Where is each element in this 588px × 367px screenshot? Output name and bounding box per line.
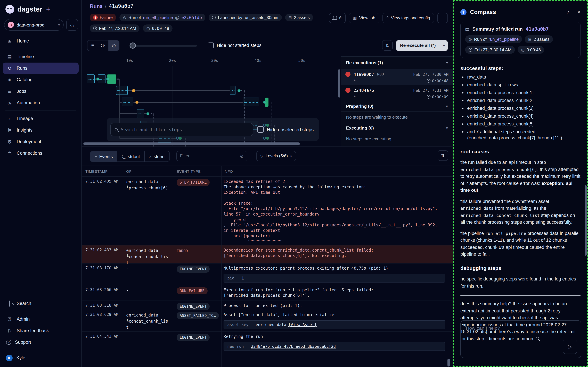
sidebar-item-runs[interactable]: ↻Runs (3, 63, 79, 74)
event-type-badge: ASSET_FAILED_TO… (177, 312, 219, 319)
run-date: Feb 27, 7:31 AM (413, 88, 449, 93)
info-line: , File "/usr/local/lib/python3.12/site-p… (223, 222, 448, 228)
open-in-new-icon[interactable]: ↗ (566, 10, 570, 15)
collapse-sidebar-button[interactable]: ◡ (66, 19, 78, 31)
org-switcher[interactable]: D data-eng-prod ▾ (4, 19, 64, 31)
tab-Events[interactable]: ≡Events (90, 151, 118, 161)
breadcrumb-runs-link[interactable]: Runs (90, 3, 102, 9)
timer-icon: ◴ (521, 47, 525, 52)
zoom-slider[interactable] (129, 40, 197, 50)
sidebar-item-connections[interactable]: ⚗Connections (3, 148, 79, 159)
log-row[interactable]: 7:31:03.266 AM-RUN_FAILUREExecution of r… (82, 285, 452, 301)
flat-view-button[interactable]: ≡ (87, 40, 98, 50)
chevron-down-icon: ⌄ (441, 16, 444, 20)
step-bar-retried[interactable] (243, 98, 259, 106)
notifications-button[interactable]: 0 (329, 13, 346, 23)
sidebar-item-automation[interactable]: ◷Automation (3, 97, 79, 108)
compass-scrollbar[interactable] (585, 185, 587, 256)
view-asset-link[interactable]: [View Asset] (288, 322, 317, 327)
sidebar-item-label: Share feedback (17, 328, 49, 333)
info-line: Execution of run for "run_etl_pipeline" … (223, 287, 448, 293)
expand-collapse-button[interactable]: ⇅ (382, 40, 392, 51)
timestamp: 7:31:02.405 AM (85, 179, 119, 184)
hide-unselected-checkbox[interactable]: Hide unselected steps (257, 126, 314, 133)
log-row[interactable]: 7:31:04.343 AM-ENGINE_EVENTRetrying the … (82, 332, 452, 367)
step-bar-retried[interactable] (122, 98, 133, 106)
sidebar-item-lineage[interactable]: ⌥Lineage (3, 113, 79, 124)
reexecute-all-button[interactable]: Re-execute all (*) ▾ (396, 40, 448, 51)
run-link[interactable]: 22484a76-dcd2-487b-aeb3-db3bece6cf2d (247, 344, 339, 349)
reexecution-run-row[interactable]: !22484a76Feb 27, 7:31 AM*0:00:09 (341, 85, 452, 101)
run-header: Runs/41a9a0b7 ! Failure ⊙ Run of run_etl… (82, 0, 452, 37)
sidebar-item-search[interactable]: Search (3, 298, 79, 309)
levels-filter-button[interactable]: ▽ Levels (5/6) ▾ (256, 151, 296, 161)
event-type-badge: STEP_FAILURE (177, 179, 210, 186)
event-info: Asset ["enriched_data"] failed to materi… (223, 312, 448, 329)
tab-stdout[interactable]: 〉_stdout (118, 151, 145, 161)
timed-view-button[interactable]: ◴ (109, 40, 119, 50)
sidebar-item-home[interactable]: ⊞Home (3, 35, 79, 47)
waterfall-view-button[interactable]: ≫ (98, 40, 109, 50)
user-menu[interactable]: K Kyle (3, 352, 79, 363)
log-row[interactable]: 7:31:02.433 AMenriched_data└concat_chunk… (82, 245, 452, 264)
info-line: Exceeded max_retries of 2 (223, 179, 448, 184)
log-row[interactable]: 7:31:02.405 AMenriched_data└process_chun… (82, 177, 452, 245)
sidebar-item-deployment[interactable]: ⚙Deployment (3, 136, 79, 147)
sidebar-item-admin[interactable]: ♖Admin (3, 313, 79, 325)
view-job-button[interactable]: ▦ View job (349, 13, 379, 23)
commit-link[interactable]: e2c051db (181, 15, 202, 20)
scroll-to-top-bottom-button[interactable]: ⇅ (438, 150, 448, 161)
metadata-value: 1 (238, 276, 247, 281)
sidebar-item-insights[interactable]: ⚑Insights (3, 125, 79, 136)
step-bar-retried[interactable] (230, 86, 236, 95)
search-icon (115, 128, 118, 131)
document-icon: ▤ (465, 26, 469, 32)
events-toolbar: ≡Events〉_stdout⚠stderr Filter... ⊗ ▽ Lev… (82, 147, 452, 166)
compass-title: Compass (470, 9, 559, 16)
reexecutions-header[interactable]: Re-executions (1)▾ (341, 57, 452, 69)
assets-pill[interactable]: ⊞ 2 assets (285, 14, 313, 21)
sidebar-item-catalog[interactable]: ◈Catalog (3, 74, 79, 85)
close-icon[interactable]: × (577, 9, 580, 15)
log-scrollbar[interactable] (447, 359, 450, 367)
compass-chat-input[interactable]: How can I help? ▷ (460, 320, 581, 358)
vertical-scrollbar[interactable] (338, 69, 340, 98)
clear-filter-icon[interactable]: ⊗ (240, 153, 244, 158)
pipeline-link[interactable]: run_etl_pipeline (489, 37, 519, 42)
log-filter-input[interactable]: Filter... ⊗ (176, 151, 247, 161)
op-name: enriched_data└concat_chunk_list (126, 248, 169, 266)
pipeline-link[interactable]: run_etl_pipeline (143, 15, 173, 20)
slider-handle[interactable] (130, 42, 136, 49)
info-line: Multiprocess executor: parent process ex… (223, 266, 448, 271)
grid-icon: ⊞ (6, 38, 13, 44)
more-actions-button[interactable]: ⌄ (437, 13, 448, 23)
section-header[interactable]: Preparing (0)▾ (341, 101, 452, 111)
grid-icon: ⊞ (528, 37, 531, 42)
event-type: ENGINE_EVENT (177, 266, 210, 273)
step-bar-retried[interactable] (137, 109, 144, 118)
sidebar-item-timeline[interactable]: ▤Timeline (3, 51, 79, 62)
summary-run-id[interactable]: 41a9a0b7 (526, 26, 549, 32)
reexecution-run-row[interactable]: !41a9a0b7ROOTFeb 27, 7:30 AM*0:00:48 (341, 69, 452, 85)
sidebar-item-support[interactable]: ?Support (3, 337, 79, 348)
step-search-input[interactable]: Search and filter steps (110, 123, 253, 136)
hide-not-started-checkbox[interactable]: Hide not started steps (208, 42, 262, 48)
log-row[interactable]: 7:31:03.170 AM-ENGINE_EVENTMultiprocess … (82, 264, 452, 285)
horizontal-scrollbar[interactable] (83, 142, 300, 145)
step-bar-retried[interactable] (116, 86, 128, 95)
log-row[interactable]: 7:31:03.629 AMenriched_data└concat_chunk… (82, 310, 452, 332)
log-row[interactable]: 7:31:03.318 AM-ENGINE_EVENTProcess for r… (82, 301, 452, 310)
step-bar-retried[interactable] (87, 75, 94, 83)
tab-stderr[interactable]: ⚠stderr (145, 151, 170, 161)
section-header[interactable]: Executing (0)▾ (341, 123, 452, 133)
avatar: K (6, 354, 13, 361)
sidebar-item-share-feedback[interactable]: ⚐Share feedback (3, 325, 79, 336)
chevron-down-icon: ▾ (446, 61, 448, 64)
send-button[interactable]: ▷ (563, 340, 577, 354)
sidebar-item-jobs[interactable]: ≡Jobs (3, 86, 79, 97)
step-selection: * (354, 78, 356, 83)
summary-pill: Feb 27, 7:30:14 AM (465, 46, 515, 54)
sidebar-item-label: Catalog (17, 77, 33, 82)
view-tags-config-button[interactable]: ◊ View tags and config (382, 13, 434, 23)
reexecutions-panel: Re-executions (1)▾!41a9a0b7ROOTFeb 27, 7… (341, 57, 452, 146)
